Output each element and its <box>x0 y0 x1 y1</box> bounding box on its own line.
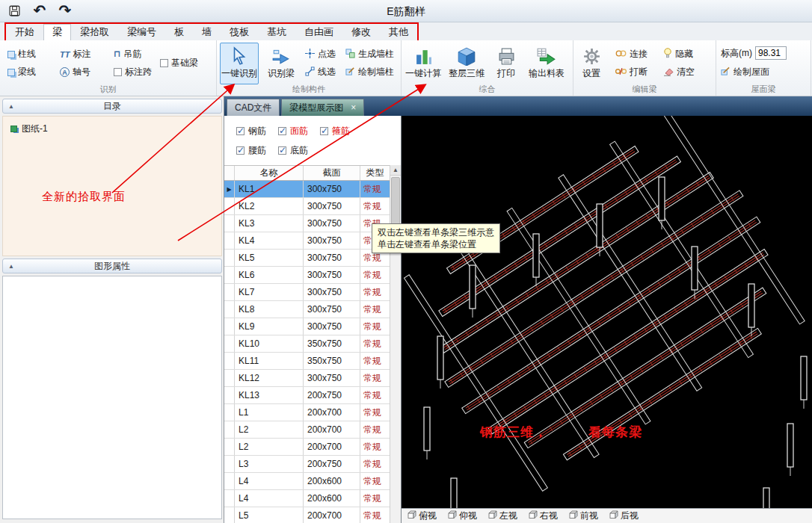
table-row[interactable]: KL11350x750常规 <box>224 353 390 370</box>
point-select-button[interactable]: 点选 <box>305 48 336 61</box>
table-row[interactable]: KL3300x750常规 <box>224 215 390 232</box>
hide-button[interactable]: 隐藏 <box>663 48 693 61</box>
bar-chart-icon <box>414 46 433 66</box>
menu-tab-4[interactable]: 梁编号 <box>118 24 165 41</box>
cell-type: 常规 <box>360 267 390 283</box>
whole-floor-3d-button[interactable]: 整层三维 <box>445 43 488 84</box>
filter-checkbox-2[interactable]: 面筋 <box>278 125 308 137</box>
whole-floor-3d-label: 整层三维 <box>449 67 485 80</box>
menu-tab-9[interactable]: 自由画 <box>295 24 342 41</box>
filter-checkbox-3[interactable]: 箍筋 <box>320 125 350 137</box>
table-row[interactable]: KL9300x750常规 <box>224 318 390 335</box>
settings-button[interactable]: 设置 <box>575 43 608 84</box>
header-type[interactable]: 类型 <box>360 166 390 180</box>
elevation-input[interactable] <box>755 46 787 60</box>
header-name[interactable]: 名称 <box>235 166 304 180</box>
menu-tab-11[interactable]: 其他 <box>380 24 417 41</box>
cell-section: 300x750 <box>304 232 360 249</box>
clear-button[interactable]: 清空 <box>663 66 695 78</box>
row-marker <box>224 318 235 335</box>
tab-beam-model-view[interactable]: 梁模型展示图 × <box>281 99 364 116</box>
beam-line-button[interactable]: 梁线 <box>7 66 36 78</box>
cube-3d-icon <box>457 46 476 66</box>
scroll-up-icon[interactable]: ▲ <box>390 165 401 176</box>
tree-item-sheet[interactable]: 图纸-1 <box>10 123 48 135</box>
table-row[interactable]: L2200x700常规 <box>224 439 390 456</box>
table-row[interactable]: L3200x750常规 <box>224 456 390 473</box>
menu-tab-6[interactable]: 墙 <box>193 24 221 41</box>
cell-name: KL12 <box>235 370 304 386</box>
view-button-5[interactable]: 前视 <box>569 510 598 522</box>
print-button[interactable]: 打印 <box>490 43 523 84</box>
close-icon[interactable]: × <box>351 102 356 113</box>
table-row[interactable]: L2200x700常规 <box>224 421 390 439</box>
table-row[interactable]: KL6300x750常规 <box>224 267 390 284</box>
table-row[interactable]: KL2300x750常规 <box>224 198 390 215</box>
cell-name: KL7 <box>235 284 304 300</box>
filter-checkbox-4[interactable]: 腰筋 <box>236 144 266 157</box>
table-row[interactable]: L5200x700常规 <box>224 507 390 523</box>
properties-panel-header[interactable]: ▲ 图形属性 <box>2 259 222 273</box>
ribbon-group-recognize: 柱线 TT 标注 ⊓ 吊筋 基础梁 梁线 A 轴号 <box>0 40 217 96</box>
menu-tab-7[interactable]: 筏板 <box>221 24 258 41</box>
menu-tab-5[interactable]: 板 <box>165 24 193 41</box>
viewport-annotation-left: 钢筋三维， <box>480 424 547 441</box>
view-button-2[interactable]: 仰视 <box>448 510 477 522</box>
collapse-arrow-icon[interactable]: ▲ <box>8 103 14 110</box>
hanger-bar-button[interactable]: ⊓ 吊筋 <box>114 48 142 61</box>
collapse-arrow-icon[interactable]: ▲ <box>8 263 14 270</box>
cell-name: L4 <box>235 473 304 489</box>
table-row[interactable]: L4200x600常规 <box>224 473 390 490</box>
cell-type: 常规 <box>360 421 390 438</box>
table-row[interactable]: KL10350x750常规 <box>224 335 390 353</box>
viewport-3d[interactable]: 钢筋三维， 看每条梁 <box>402 116 812 508</box>
annotate-span-checkbox[interactable]: 标注跨 <box>114 66 152 78</box>
view-button-3[interactable]: 左视 <box>488 510 517 522</box>
catalog-panel-header[interactable]: ▲ 目录 <box>2 99 222 114</box>
cell-name: L5 <box>235 507 304 523</box>
tab-cad-file[interactable]: CAD文件 <box>227 99 280 116</box>
filter-checkbox-1[interactable]: 钢筋 <box>236 125 266 137</box>
column-line-button[interactable]: 柱线 <box>7 48 36 61</box>
table-row[interactable]: KL13200x750常规 <box>224 387 390 404</box>
one-key-recognize-button[interactable]: 一键识别 <box>220 43 259 84</box>
table-row[interactable]: L1200x700常规 <box>224 404 390 421</box>
export-table-button[interactable]: 输出料表 <box>524 43 569 84</box>
break-button[interactable]: 打断 <box>615 66 648 78</box>
table-row[interactable]: KL12300x750常规 <box>224 370 390 387</box>
menu-tab-2[interactable]: 梁 <box>43 24 71 41</box>
gen-wall-col-icon <box>345 49 355 61</box>
wireframe-beams-drawing <box>402 116 812 508</box>
gen-wall-col-button[interactable]: 生成墙柱 <box>345 48 394 61</box>
row-marker <box>224 439 235 455</box>
menu-tab-10[interactable]: 修改 <box>342 24 380 41</box>
line-select-button[interactable]: 线选 <box>305 66 336 78</box>
menu-tab-8[interactable]: 基坑 <box>258 24 295 41</box>
view-button-1[interactable]: 俯视 <box>407 510 437 522</box>
table-row[interactable]: KL7300x750常规 <box>224 284 390 301</box>
foundation-beam-checkbox[interactable]: 基础梁 <box>160 57 198 69</box>
menu-tab-3[interactable]: 梁拾取 <box>71 24 118 41</box>
annotate-button[interactable]: TT 标注 <box>60 48 90 61</box>
recognize-beam-button[interactable]: 识别梁 <box>262 43 301 84</box>
table-scrollbar[interactable]: ▲ <box>390 165 401 523</box>
row-marker <box>224 490 235 507</box>
filter-checkbox-5[interactable]: 底筋 <box>278 144 308 157</box>
cell-name: L4 <box>235 490 304 507</box>
draw-wall-col-button[interactable]: 绘制墙柱 <box>345 66 394 78</box>
one-key-calc-button[interactable]: 一键计算 <box>403 43 443 84</box>
view-button-6[interactable]: 后视 <box>609 510 639 522</box>
table-row[interactable]: KL8300x750常规 <box>224 301 390 318</box>
tooltip: 双击左键查看单条梁三维示意 单击左键查看单条梁位置 <box>372 223 500 253</box>
table-row[interactable]: ▶KL1300x750常规 <box>224 181 390 198</box>
connect-button[interactable]: 连接 <box>615 48 648 61</box>
table-row[interactable]: KL5300x750常规 <box>224 250 390 267</box>
axis-number-button[interactable]: A 轴号 <box>60 66 90 78</box>
table-row[interactable]: L4200x600常规 <box>224 490 390 507</box>
filter-label: 钢筋 <box>248 125 266 137</box>
menu-tab-1[interactable]: 开始 <box>6 24 43 41</box>
draw-roof-button[interactable]: 绘制屋面 <box>721 66 769 78</box>
header-section[interactable]: 截面 <box>304 166 360 180</box>
view-button-4[interactable]: 右视 <box>529 510 558 522</box>
table-row[interactable]: KL4300x750常规 <box>224 232 390 250</box>
